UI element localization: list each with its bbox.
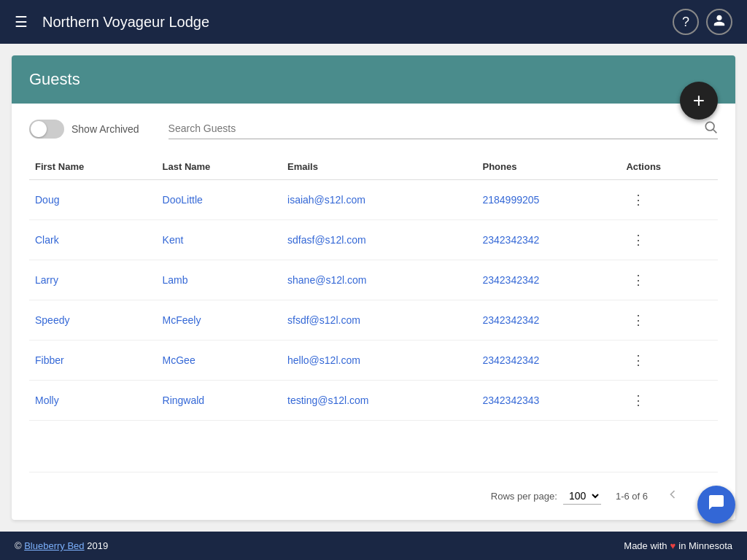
add-guest-button[interactable]: + (680, 82, 718, 120)
made-with-text: Made with (624, 540, 667, 551)
cell-phone: 2342342342 (476, 220, 620, 260)
guests-card: Guests + Show Archived (12, 55, 735, 520)
phone-link[interactable]: 2342342343 (482, 394, 539, 406)
table-body: Doug DooLittle isaiah@s12l.com 218499920… (29, 180, 718, 421)
row-actions-button[interactable]: ⋮ (626, 311, 651, 330)
heart-icon: ♥ (670, 540, 676, 551)
phone-link[interactable]: 2342342342 (482, 314, 539, 326)
table-row: Speedy McFeely sfsdf@s12l.com 2342342342… (29, 300, 718, 341)
first-name-link[interactable]: Molly (35, 394, 59, 406)
footer-location: in Minnesota (678, 540, 732, 551)
row-actions-button[interactable]: ⋮ (626, 190, 651, 209)
cell-last-name: McGee (157, 341, 282, 381)
phone-link[interactable]: 2342342342 (482, 234, 539, 246)
row-actions-button[interactable]: ⋮ (626, 351, 651, 370)
table-row: Clark Kent sdfasf@s12l.com 2342342342 ⋮ (29, 220, 718, 260)
show-archived-toggle[interactable] (29, 120, 64, 139)
phone-link[interactable]: 2184999205 (482, 194, 539, 206)
email-link[interactable]: shane@s12l.com (287, 274, 366, 286)
menu-icon[interactable]: ☰ (15, 13, 28, 31)
cell-first-name: Larry (29, 260, 157, 300)
cell-first-name: Clark (29, 220, 157, 260)
brand-link[interactable]: Blueberry Bed (24, 540, 84, 551)
page-info: 1-6 of 6 (616, 491, 648, 502)
cell-actions: ⋮ (620, 260, 718, 300)
last-name-link[interactable]: McFeely (163, 314, 201, 326)
table-row: Larry Lamb shane@s12l.com 2342342342 ⋮ (29, 260, 718, 300)
cell-phone: 2342342342 (476, 341, 620, 381)
plus-icon: + (693, 89, 705, 112)
table-header-row: First Name Last Name Emails Phones Actio… (29, 154, 718, 180)
col-emails: Emails (282, 154, 476, 180)
chevron-left-icon (665, 487, 680, 505)
last-name-link[interactable]: Lamb (163, 274, 188, 286)
cell-phone: 2184999205 (476, 180, 620, 220)
first-name-link[interactable]: Clark (35, 234, 59, 246)
cell-email: hello@s12l.com (282, 341, 476, 381)
guests-card-body: Show Archived First Name Last Name Email… (12, 104, 735, 520)
table-row: Molly Ringwald testing@s12l.com 23423423… (29, 381, 718, 421)
search-input[interactable] (169, 118, 718, 139)
cell-last-name: DooLittle (157, 180, 282, 220)
email-link[interactable]: sdfasf@s12l.com (287, 234, 366, 246)
cell-first-name: Speedy (29, 300, 157, 341)
app-footer: © Blueberry Bed 2019 Made with ♥ in Minn… (0, 532, 747, 560)
cell-phone: 2342342342 (476, 300, 620, 341)
last-name-link[interactable]: Kent (163, 234, 184, 246)
first-name-link[interactable]: Doug (35, 194, 59, 206)
email-link[interactable]: sfsdf@s12l.com (287, 314, 360, 326)
search-container (169, 118, 718, 139)
cell-actions: ⋮ (620, 381, 718, 421)
footer-year: 2019 (85, 540, 109, 551)
phone-link[interactable]: 2342342342 (482, 274, 539, 286)
cell-actions: ⋮ (620, 220, 718, 260)
first-name-link[interactable]: Fibber (35, 354, 64, 366)
prev-page-button[interactable] (662, 484, 683, 508)
row-actions-button[interactable]: ⋮ (626, 271, 651, 289)
cell-last-name: Kent (157, 220, 282, 260)
account-button[interactable] (706, 9, 732, 35)
table-row: Fibber McGee hello@s12l.com 2342342342 ⋮ (29, 341, 718, 381)
cell-first-name: Fibber (29, 341, 157, 381)
last-name-link[interactable]: DooLittle (163, 194, 203, 206)
phone-link[interactable]: 2342342342 (482, 354, 539, 366)
last-name-link[interactable]: McGee (163, 354, 196, 366)
cell-actions: ⋮ (620, 180, 718, 220)
controls-row: Show Archived (29, 118, 718, 139)
header-icons: ? (673, 9, 732, 35)
cell-first-name: Doug (29, 180, 157, 220)
cell-last-name: Ringwald (157, 381, 282, 421)
chat-icon (708, 494, 725, 516)
col-last-name: Last Name (157, 154, 282, 180)
guests-table: First Name Last Name Emails Phones Actio… (29, 154, 718, 421)
email-link[interactable]: isaiah@s12l.com (287, 194, 365, 206)
first-name-link[interactable]: Speedy (35, 314, 69, 326)
table-header: First Name Last Name Emails Phones Actio… (29, 154, 718, 180)
chat-button[interactable] (697, 486, 735, 524)
app-title: Northern Voyageur Lodge (42, 14, 673, 31)
rows-per-page-label: Rows per page: (491, 491, 557, 502)
svg-point-0 (705, 122, 714, 131)
cell-email: shane@s12l.com (282, 260, 476, 300)
col-first-name: First Name (29, 154, 157, 180)
toggle-knob (31, 121, 47, 137)
cell-first-name: Molly (29, 381, 157, 421)
help-button[interactable]: ? (673, 9, 699, 35)
cell-email: isaiah@s12l.com (282, 180, 476, 220)
cell-email: sfsdf@s12l.com (282, 300, 476, 341)
rows-per-page-select[interactable]: 100 25 50 (563, 488, 601, 505)
row-actions-button[interactable]: ⋮ (626, 391, 651, 410)
email-link[interactable]: testing@s12l.com (287, 394, 368, 406)
first-name-link[interactable]: Larry (35, 274, 58, 286)
row-actions-button[interactable]: ⋮ (626, 230, 651, 249)
page-title: Guests (29, 70, 718, 89)
search-icon (703, 120, 718, 138)
col-phones: Phones (476, 154, 620, 180)
show-archived-label: Show Archived (71, 123, 139, 135)
rows-per-page-container: Rows per page: 100 25 50 (491, 488, 601, 505)
footer-left: © Blueberry Bed 2019 (15, 540, 108, 551)
guests-card-header: Guests (12, 55, 735, 104)
cell-actions: ⋮ (620, 300, 718, 341)
email-link[interactable]: hello@s12l.com (287, 354, 360, 366)
last-name-link[interactable]: Ringwald (163, 394, 205, 406)
